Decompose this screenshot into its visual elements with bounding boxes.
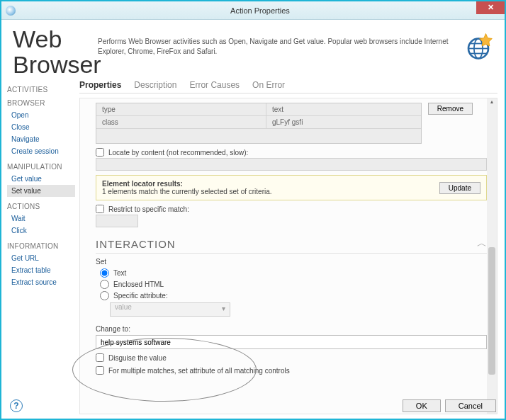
sidebar-heading: ACTIVITIES [7, 86, 75, 93]
close-button[interactable]: ✕ [476, 1, 505, 14]
sidebar-group-actions: ACTIONS [7, 203, 75, 210]
locator-results: Element locator results: 1 elements matc… [96, 175, 487, 200]
radio-text[interactable] [100, 268, 109, 278]
sidebar-item-extract-source[interactable]: Extract source [7, 276, 75, 288]
sidebar-item-get-value[interactable]: Get value [7, 173, 75, 185]
restrict-match-input[interactable] [96, 215, 138, 227]
cancel-button[interactable]: Cancel [445, 399, 496, 412]
change-to-input[interactable] [96, 335, 487, 349]
sidebar-item-set-value[interactable]: Set value [7, 185, 75, 197]
window-title: Action Properties [16, 6, 505, 15]
tab-properties[interactable]: Properties [79, 80, 121, 90]
sidebar: ACTIVITIES BROWSER Open Close Navigate C… [1, 80, 75, 414]
chevron-up-icon: ︿ [477, 237, 487, 250]
table-row: type text [96, 103, 421, 116]
locate-by-content-input[interactable] [96, 158, 487, 171]
remove-button[interactable]: Remove [428, 103, 473, 115]
scroll-up-icon[interactable]: ▴ [487, 98, 497, 108]
sidebar-item-close[interactable]: Close [7, 121, 75, 133]
page-description: Performs Web Browser activities such as … [98, 27, 463, 77]
sidebar-item-open[interactable]: Open [7, 109, 75, 121]
title-bar: Action Properties ✕ [1, 1, 505, 20]
tab-description[interactable]: Description [134, 80, 176, 90]
radio-specific-attribute[interactable] [100, 291, 109, 300]
vertical-scrollbar[interactable]: ▴ ▾ [487, 98, 497, 414]
set-group-label: Set [96, 258, 487, 266]
sidebar-group-manipulation: MANIPULATION [7, 163, 75, 171]
sidebar-item-extract-table[interactable]: Extract table [7, 264, 75, 276]
attribute-table[interactable]: type text class gLFyf gsfi [96, 103, 422, 144]
sidebar-group-browser: BROWSER [7, 99, 75, 107]
tab-on-error[interactable]: On Error [252, 80, 285, 90]
scroll-thumb[interactable] [488, 247, 495, 375]
sidebar-item-create-session[interactable]: Create session [7, 145, 75, 157]
tab-error-causes[interactable]: Error Causes [189, 80, 240, 90]
sidebar-item-navigate[interactable]: Navigate [7, 133, 75, 145]
sidebar-item-get-url[interactable]: Get URL [7, 252, 75, 264]
page-title: WebBrowser [13, 27, 98, 77]
tab-bar: Properties Description Error Causes On E… [79, 80, 497, 93]
sidebar-item-wait[interactable]: Wait [7, 212, 75, 225]
footer: ? OK Cancel [1, 396, 505, 416]
restrict-match-label: Restrict to specific match: [108, 205, 189, 213]
restrict-match-checkbox[interactable] [96, 205, 104, 213]
help-button[interactable]: ? [10, 399, 23, 412]
ok-button[interactable]: OK [403, 399, 441, 412]
sidebar-item-click[interactable]: Click [7, 225, 75, 237]
properties-panel: type text class gLFyf gsfi Remove Locate… [79, 98, 497, 414]
update-button[interactable]: Update [439, 182, 480, 194]
header: WebBrowser Performs Web Browser activiti… [1, 20, 505, 80]
locate-by-content-checkbox[interactable] [96, 148, 104, 157]
radio-enclosed-html[interactable] [100, 280, 109, 289]
specific-attribute-select[interactable]: value [110, 302, 230, 317]
locate-by-content-label: Locate by content (not recommended, slow… [108, 149, 248, 157]
multiple-matches-checkbox[interactable] [96, 366, 104, 375]
change-to-label: Change to: [96, 325, 487, 333]
globe-icon [463, 31, 493, 61]
disguise-value-checkbox[interactable] [96, 353, 104, 362]
locator-results-heading: Element locator results: [102, 180, 183, 188]
app-icon [6, 6, 16, 16]
interaction-header[interactable]: INTERACTION ︿ [96, 237, 487, 250]
table-row: class gLFyf gsfi [96, 116, 421, 129]
locator-results-text: 1 elements match the currently selected … [102, 188, 272, 195]
sidebar-group-information: INFORMATION [7, 242, 75, 250]
